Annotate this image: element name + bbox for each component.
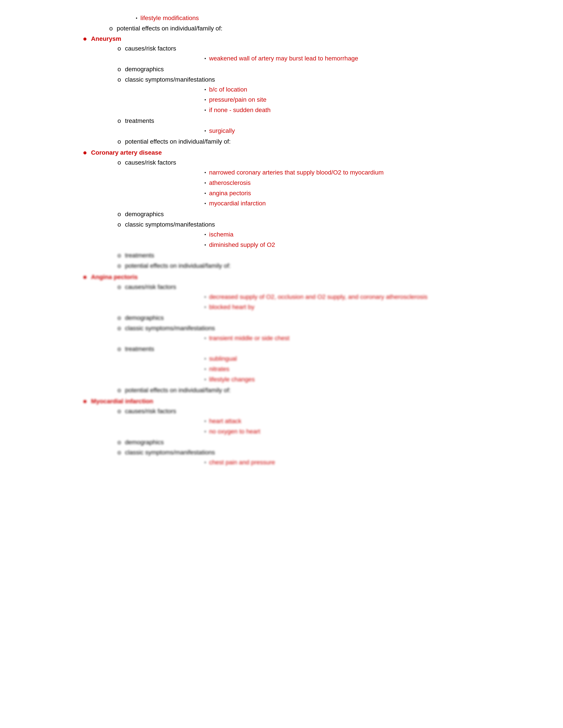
circle-bullet: o [117, 282, 121, 292]
item-text: no oxygen to heart [209, 427, 260, 437]
sub-list: • chest pain and pressure [151, 458, 275, 467]
cad-bullet: ● Coronary artery disease o causes/risk … [83, 148, 480, 271]
sub-bullet-dot: • [204, 107, 206, 114]
sub-bullet-dot: • [204, 200, 206, 207]
document-content: • lifestyle modifications o potential ef… [83, 13, 480, 468]
item-content: causes/risk factors • weakened wall of a… [125, 44, 358, 64]
list-item: • diminished supply of O2 [204, 240, 275, 250]
circle-bullet: o [117, 323, 121, 333]
item-text: atherosclerosis [209, 178, 250, 188]
list-item: • chest pain and pressure [204, 458, 275, 467]
list-item: • lifestyle modifications [136, 13, 480, 23]
sub-bullet-dot: • [204, 335, 206, 342]
list-item: • atherosclerosis [204, 178, 384, 188]
item-text: myocardial infarction [209, 199, 266, 208]
list-item: • angina pectoris [204, 188, 384, 198]
item-text: nitrates [209, 364, 229, 374]
list-item: o demographics [117, 64, 358, 74]
list-item: o potential effects on individual/family… [117, 385, 428, 395]
item-text: potential effects on individual/family o… [125, 137, 231, 147]
sub-list: • narrowed coronary arteries that supply… [151, 168, 384, 208]
list-item: • ischemia [204, 230, 275, 240]
item-text: demographics [125, 313, 164, 323]
item-content: classic symptoms/manifestations • chest … [125, 448, 275, 468]
list-item: o classic symptoms/manifestations • ches… [117, 448, 275, 468]
cad-label: Coronary artery disease [91, 149, 162, 156]
list-item: • myocardial infarction [204, 199, 384, 208]
list-item: • blocked heart by [204, 302, 428, 312]
circle-bullet: o [117, 220, 121, 230]
list-item: o classic symptoms/manifestations • b/c … [117, 75, 358, 116]
circle-bullet: o [117, 261, 121, 271]
item-text: potential effects on individual/family o… [117, 24, 222, 34]
mi-content: Myocardial infarction o causes/risk fact… [91, 396, 275, 468]
list-item: • transient middle or side chest [204, 333, 290, 343]
item-text: classic symptoms/manifestations [125, 221, 215, 228]
item-text: potential effects on individual/family o… [125, 385, 231, 395]
circle-bullet: o [117, 406, 121, 416]
sub-list: • sublingual • nitrates • lifestyle chan… [151, 354, 255, 384]
item-text: diminished supply of O2 [209, 240, 275, 250]
sub-list: • transient middle or side chest [151, 333, 290, 343]
item-text: causes/risk factors [125, 408, 176, 415]
angina-bullet: ● Angina pectoris o causes/risk factors … [83, 272, 480, 396]
item-text: ischemia [209, 230, 233, 240]
sub-bullet-dot: • [204, 179, 206, 186]
list-item: o causes/risk factors • heart attack • [117, 406, 275, 437]
sub-bullet-dot: • [204, 55, 206, 62]
circle-bullet: o [117, 137, 121, 147]
circle-bullet: o [117, 158, 121, 168]
circle-bullet: o [117, 344, 121, 354]
aneurysm-content: Aneurysm o causes/risk factors • weakene… [91, 34, 358, 147]
item-content: classic symptoms/manifestations • b/c of… [125, 75, 271, 116]
item-text: b/c of location [209, 85, 247, 95]
item-content: causes/risk factors • narrowed coronary … [125, 158, 384, 209]
list-item: o demographics [117, 437, 275, 447]
main-bullet-dot: ● [83, 147, 87, 158]
sub-bullet-dot: • [204, 376, 206, 383]
sub-list: • weakened wall of artery may burst lead… [151, 54, 358, 64]
item-text: lifestyle modifications [140, 13, 199, 23]
list-item: o demographics [117, 313, 428, 323]
item-text: causes/risk factors [125, 45, 176, 52]
item-text: angina pectoris [209, 188, 251, 198]
sub-list: • ischemia • diminished supply of O2 [151, 230, 275, 250]
sub-bullet-dot: • [204, 169, 206, 176]
list-item: o demographics [117, 209, 384, 219]
mi-section: ● Myocardial infarction o causes/risk fa… [83, 396, 480, 468]
sub-bullet-dot: • [136, 15, 137, 22]
circle-list-potential: o potential effects on individual/family… [83, 24, 480, 34]
item-text: demographics [125, 437, 164, 447]
cad-section: ● Coronary artery disease o causes/risk … [83, 148, 480, 271]
list-item: • weakened wall of artery may burst lead… [204, 54, 358, 64]
item-text: pressure/pain on site [209, 95, 266, 105]
item-text: potential effects on individual/family o… [125, 261, 231, 271]
item-text: treatments [125, 251, 154, 261]
sub-bullet-dot: • [204, 231, 206, 238]
aneurysm-children: o causes/risk factors • weakened wall of… [91, 44, 358, 146]
item-text: blocked heart by [209, 302, 254, 312]
item-text: treatments [125, 345, 154, 352]
circle-bullet: o [117, 44, 121, 54]
sub-bullet-dot: • [204, 366, 206, 373]
list-item: • sublingual [204, 354, 255, 364]
circle-bullet: o [117, 313, 121, 323]
sub-list: • b/c of location • pressure/pain on sit… [151, 85, 271, 115]
circle-bullet: o [117, 385, 121, 395]
main-bullet-dot: ● [83, 33, 87, 44]
angina-section: ● Angina pectoris o causes/risk factors … [83, 272, 480, 396]
sub-bullet-dot: • [204, 96, 206, 103]
list-item: • nitrates [204, 364, 255, 374]
item-text: decreased supply of O2, occlusion and O2… [209, 292, 428, 302]
circle-bullet: o [117, 251, 121, 261]
sub-bullet-dot: • [204, 355, 206, 362]
item-text: treatments [125, 117, 154, 124]
list-item: o potential effects on individual/family… [117, 137, 358, 147]
mi-label: Myocardial infarction [91, 398, 153, 405]
item-content: causes/risk factors • heart attack • no … [125, 406, 260, 437]
main-bullet-dot: ● [83, 396, 87, 407]
cad-children: o causes/risk factors • narrowed coronar… [91, 158, 384, 271]
item-content: classic symptoms/manifestations • transi… [125, 323, 290, 344]
item-content: causes/risk factors • decreased supply o… [125, 282, 428, 313]
circle-bullet: o [117, 437, 121, 447]
